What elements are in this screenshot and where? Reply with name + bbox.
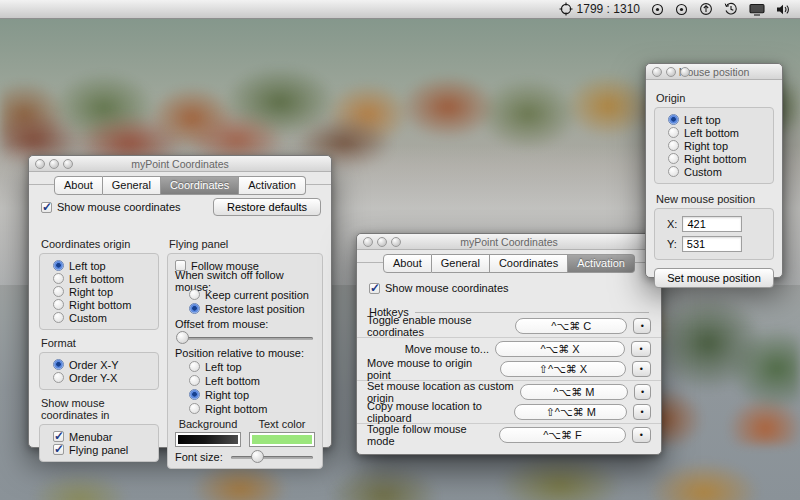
radio-custom[interactable]: Custom [661, 165, 767, 178]
background-color-well[interactable] [175, 432, 241, 447]
radio-left-bottom[interactable]: Left bottom [661, 126, 767, 139]
radio-left-top[interactable]: Left top [661, 113, 767, 126]
radio-position-left-top[interactable]: Left top [175, 360, 315, 373]
radio-order-yx[interactable]: Order Y-X [46, 371, 152, 384]
checkbox-label: Menubar [69, 431, 112, 443]
checkbox-label: Show mouse coordinates [57, 201, 181, 213]
minimize-button[interactable] [49, 159, 59, 169]
close-button[interactable] [363, 237, 373, 247]
offset-slider[interactable] [175, 331, 315, 344]
zoom-button[interactable] [391, 237, 401, 247]
tab-about[interactable]: About [383, 254, 432, 273]
accessibility-icon[interactable] [699, 2, 713, 16]
text-color-label: Text color [249, 418, 315, 430]
hotkey-field[interactable]: ^⌥⌘ M [520, 384, 628, 400]
minimize-button[interactable] [377, 237, 387, 247]
show-in-label: Show mouse coordinates in [41, 397, 159, 421]
hotkeys-divider [415, 312, 649, 313]
circle-dot-icon[interactable] [651, 3, 664, 16]
y-input[interactable] [682, 236, 742, 252]
hotkey-label: Move mouse to origin point [367, 357, 494, 381]
tab-bar: About General Coordinates Activation [29, 176, 331, 195]
radio-right-bottom[interactable]: Right bottom [46, 298, 152, 311]
tab-activation[interactable]: Activation [239, 176, 306, 195]
radio-custom[interactable]: Custom [46, 311, 152, 324]
tab-bar: About General Coordinates Activation [357, 254, 661, 273]
radio-restore-last-position[interactable]: Restore last position [175, 302, 315, 315]
tab-general[interactable]: General [103, 176, 161, 195]
radio-label: Keep current position [205, 289, 309, 301]
tab-coordinates[interactable]: Coordinates [161, 176, 239, 195]
tab-about[interactable]: About [54, 176, 103, 195]
slider-thumb[interactable] [176, 331, 189, 344]
radio-label: Left bottom [69, 273, 124, 285]
radio-keep-current-position[interactable]: Keep current position [175, 288, 315, 301]
y-label: Y: [667, 238, 677, 250]
zoom-button[interactable] [680, 67, 690, 77]
hotkey-field[interactable]: ^⌥⌘ X [495, 341, 625, 357]
radio-right-top[interactable]: Right top [661, 139, 767, 152]
origin-group: Left top Left bottom Right top Right bot… [654, 107, 774, 184]
menubar-mouse-coordinates[interactable]: 1799 : 1310 [559, 2, 640, 16]
tab-activation[interactable]: Activation [568, 254, 635, 273]
offset-from-mouse-label: Offset from mouse: [175, 317, 315, 330]
radio-icon [53, 273, 64, 284]
title-bar[interactable]: Mouse position [646, 64, 782, 80]
checkbox-label: Show mouse coordinates [385, 282, 509, 294]
hotkey-clear-button[interactable]: • [631, 341, 651, 357]
hotkey-field[interactable]: ^⌥⌘ F [499, 427, 625, 443]
radio-right-top[interactable]: Right top [46, 285, 152, 298]
window-mypoint-coordinates-activation: myPoint Coordinates About General Coordi… [356, 233, 662, 455]
time-machine-icon[interactable] [724, 2, 738, 16]
hotkey-row-copy-to-clipboard: Copy mouse location to clipboard ⇧^⌥⌘ M … [357, 402, 661, 422]
radio-icon [189, 303, 200, 314]
radio-icon [53, 260, 64, 271]
radio-label: Right top [69, 286, 113, 298]
show-in-group: Menubar Flying panel [39, 424, 159, 462]
slider-thumb[interactable] [251, 450, 264, 463]
hotkey-field[interactable]: ^⌥⌘ C [515, 318, 627, 334]
radio-order-xy[interactable]: Order X-Y [46, 358, 152, 371]
display-icon[interactable] [749, 3, 765, 16]
radio-icon [189, 289, 200, 300]
hotkey-field[interactable]: ⇧^⌥⌘ X [500, 361, 625, 377]
hotkey-clear-button[interactable]: • [634, 384, 651, 400]
flying-panel-group: Follow mouse When switch off follow mous… [167, 253, 323, 469]
show-mouse-coordinates-checkbox[interactable]: Show mouse coordinates [369, 282, 509, 294]
restore-defaults-button[interactable]: Restore defaults [213, 198, 321, 216]
hotkey-clear-button[interactable]: • [632, 361, 651, 377]
tab-coordinates[interactable]: Coordinates [490, 254, 568, 273]
hotkey-clear-button[interactable]: • [633, 318, 651, 334]
radio-icon [189, 389, 200, 400]
window-mouse-position: Mouse position Origin Left top Left bott… [645, 63, 783, 278]
text-color-well[interactable] [249, 432, 315, 447]
radio-left-top[interactable]: Left top [46, 259, 152, 272]
checkbox-flying-panel[interactable]: Flying panel [46, 443, 152, 456]
tab-general[interactable]: General [432, 254, 490, 273]
radio-position-right-bottom[interactable]: Right bottom [175, 402, 315, 415]
set-mouse-position-button[interactable]: Set mouse position [654, 268, 774, 288]
close-button[interactable] [35, 159, 45, 169]
minimize-button[interactable] [666, 67, 676, 77]
hotkey-field[interactable]: ⇧^⌥⌘ M [514, 404, 627, 420]
zoom-button[interactable] [63, 159, 73, 169]
title-bar[interactable]: myPoint Coordinates [29, 156, 331, 172]
show-mouse-coordinates-checkbox[interactable]: Show mouse coordinates [41, 201, 181, 213]
hotkey-clear-button[interactable]: • [632, 427, 651, 443]
radio-position-left-bottom[interactable]: Left bottom [175, 374, 315, 387]
menu-bar: 1799 : 1310 [0, 0, 800, 19]
radio-position-right-top[interactable]: Right top [175, 388, 315, 401]
close-button[interactable] [652, 67, 662, 77]
position-relative-label: Position relative to mouse: [175, 346, 315, 359]
circle-dot-icon[interactable] [675, 3, 688, 16]
radio-left-bottom[interactable]: Left bottom [46, 272, 152, 285]
font-size-slider[interactable] [229, 450, 315, 463]
radio-right-bottom[interactable]: Right bottom [661, 152, 767, 165]
x-input[interactable] [682, 216, 742, 232]
hotkey-clear-button[interactable]: • [633, 404, 651, 420]
background-label: Background [175, 418, 241, 430]
volume-icon[interactable] [776, 3, 790, 16]
title-bar[interactable]: myPoint Coordinates [357, 234, 661, 250]
window-mypoint-coordinates: myPoint Coordinates About General Coordi… [28, 155, 332, 448]
switch-off-label: When switch off follow mouse: [175, 274, 315, 287]
